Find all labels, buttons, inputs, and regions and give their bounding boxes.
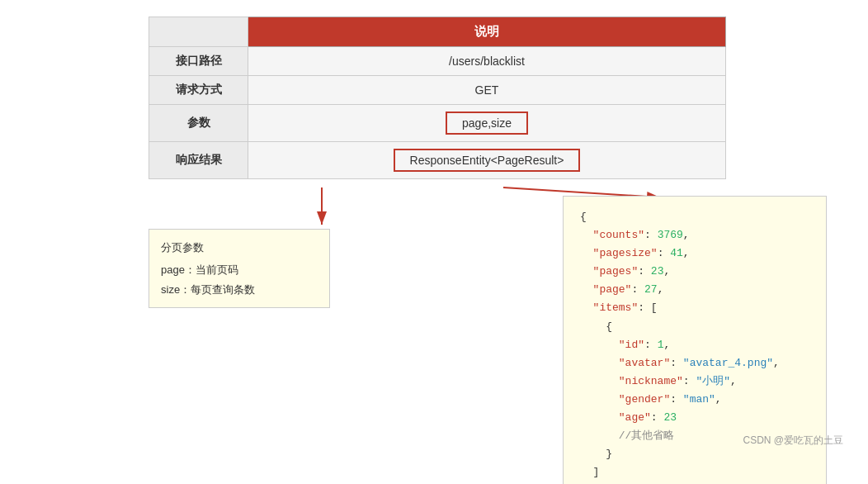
row-value-method: GET — [248, 76, 726, 105]
row-label-response: 响应结果 — [149, 142, 248, 179]
json-gender-val: "man" — [683, 393, 715, 406]
json-age-key: "age" — [580, 411, 651, 424]
json-counts-key: "counts" — [580, 229, 644, 241]
json-pagesize-val: 41 — [670, 247, 683, 259]
json-comment: //其他省略 — [580, 429, 674, 442]
json-brace-open: { — [580, 211, 587, 223]
pagination-item-size: size：每页查询条数 — [161, 280, 318, 299]
row-label-path: 接口路径 — [149, 47, 248, 76]
table-col-name — [149, 17, 248, 47]
pagination-title: 分页参数 — [161, 238, 318, 257]
json-page-key: "page" — [580, 283, 631, 296]
row-value-params: page,size — [248, 105, 726, 142]
pagination-item-page: page：当前页码 — [161, 260, 318, 279]
json-counts-val: 3769 — [658, 229, 683, 241]
watermark: CSDN @爱吃瓦的土豆 — [743, 434, 843, 448]
table-row: 请求方式 GET — [149, 76, 726, 105]
json-nickname-val: "小明" — [696, 375, 730, 387]
row-value-response: ResponseEntity<PageResult> — [248, 142, 726, 179]
pagination-note: 分页参数 page：当前页码 size：每页查询条数 — [149, 229, 330, 308]
api-table: 说明 接口路径 /users/blacklist 请求方式 GET 参数 pag… — [149, 17, 726, 179]
json-id-key: "id" — [580, 339, 644, 351]
json-pages-key: "pages" — [580, 265, 638, 278]
json-nickname-key: "nickname" — [580, 375, 683, 387]
row-label-params: 参数 — [149, 105, 248, 142]
table-header-desc: 说明 — [248, 17, 726, 47]
json-pages-val: 23 — [651, 265, 664, 278]
json-items-key: "items" — [580, 301, 638, 314]
table-row: 参数 page,size — [149, 105, 726, 142]
json-age-val: 23 — [663, 411, 677, 424]
table-row: 响应结果 ResponseEntity<PageResult> — [149, 142, 726, 179]
row-value-path: /users/blacklist — [248, 47, 726, 76]
annotations-area: 分页参数 page：当前页码 size：每页查询条数 { "counts": 3… — [149, 187, 851, 452]
json-page-val: 27 — [644, 283, 658, 296]
json-gender-key: "gender" — [580, 393, 670, 406]
param-box: page,size — [446, 112, 528, 135]
row-label-method: 请求方式 — [149, 76, 248, 105]
json-avatar-key: "avatar" — [580, 357, 670, 369]
json-pagesize-key: "pagesize" — [580, 247, 658, 259]
response-box: ResponseEntity<PageResult> — [394, 149, 581, 172]
json-avatar-val: "avatar_4.png" — [683, 357, 773, 369]
table-row: 接口路径 /users/blacklist — [149, 47, 726, 76]
